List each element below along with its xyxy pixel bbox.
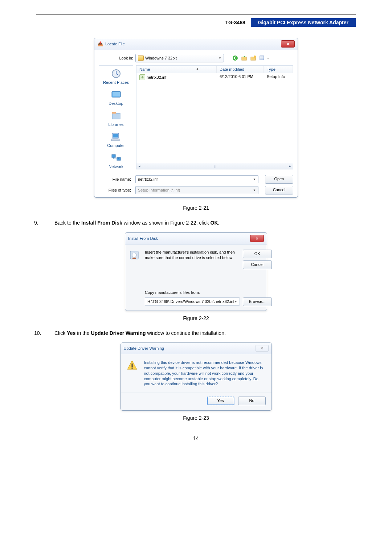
place-network[interactable]: Network <box>99 152 133 169</box>
files-of-type-label: Files of type: <box>99 188 133 192</box>
svg-rect-20 <box>131 364 132 367</box>
figure-caption: Figure 2-23 <box>36 415 356 421</box>
scroll-left-button[interactable]: ◄ <box>136 164 142 169</box>
col-name[interactable]: Name ▲ <box>136 66 217 73</box>
svg-point-3 <box>254 56 256 58</box>
svg-rect-13 <box>113 134 118 138</box>
chevron-down-icon: ▼ <box>253 178 256 181</box>
dialog-title-bar[interactable]: Install From Disk ✕ <box>125 233 267 245</box>
svg-rect-14 <box>111 139 119 141</box>
look-in-combo[interactable]: Windowns 7 32bit ▼ <box>135 54 224 62</box>
file-row[interactable]: ⚙ netrtx32.inf 6/12/2010 6:01 PM Setup I… <box>136 73 293 81</box>
view-menu-button[interactable] <box>258 54 266 62</box>
chevron-down-icon: ▼ <box>219 57 221 60</box>
place-libraries[interactable]: Libraries <box>99 110 133 127</box>
network-icon <box>110 152 122 164</box>
computer-icon <box>110 131 122 143</box>
new-folder-button[interactable] <box>249 54 257 62</box>
folder-icon <box>138 56 144 61</box>
col-date[interactable]: Date modified <box>217 66 264 73</box>
svg-rect-15 <box>112 155 115 157</box>
file-name-input[interactable]: netrtx32.inf ▼ <box>135 175 258 183</box>
inf-file-icon: ⚙ <box>139 74 145 80</box>
locate-file-dialog: 📥 Locate File ✕ Look in: Windowns 7 32bi… <box>94 38 298 198</box>
sort-asc-icon: ▲ <box>196 67 199 70</box>
svg-point-18 <box>132 253 136 257</box>
place-desktop[interactable]: Desktop <box>99 89 133 106</box>
look-in-label: Look in: <box>99 56 135 60</box>
up-folder-button[interactable] <box>240 54 248 62</box>
chevron-down-icon: ▼ <box>234 300 237 303</box>
file-list[interactable]: Name ▲ Date modified Type ⚙ netrtx32.inf… <box>136 65 293 169</box>
app-icon: 📥 <box>97 41 103 47</box>
dialog-message: Insert the manufacturer's installation d… <box>145 250 240 260</box>
horizontal-scrollbar[interactable]: ◄ ||| ► <box>136 163 293 169</box>
look-in-value: Windowns 7 32bit <box>145 56 177 60</box>
close-button[interactable]: ✕ <box>281 40 295 48</box>
chevron-down-icon: ▼ <box>253 189 256 192</box>
svg-rect-19 <box>132 258 136 259</box>
svg-rect-1 <box>242 57 246 60</box>
disk-icon <box>129 250 140 261</box>
open-button[interactable]: Open <box>265 175 293 184</box>
cancel-button[interactable]: Cancel <box>243 260 272 269</box>
step-10: 10.Click Yes in the Update Driver Warnin… <box>36 330 356 336</box>
dialog-title-bar[interactable]: 📥 Locate File ✕ <box>94 38 298 50</box>
update-driver-warning-dialog: Update Driver Warning ✕ Installing this … <box>121 342 272 411</box>
files-of-type-combo[interactable]: Setup Information (*.inf) ▼ <box>135 186 258 194</box>
yes-button[interactable]: Yes <box>207 397 234 405</box>
model-label: TG-3468 <box>220 18 251 27</box>
dialog-title-bar[interactable]: Update Driver Warning ✕ <box>121 343 271 354</box>
col-type[interactable]: Type <box>264 66 293 73</box>
cancel-button[interactable]: Cancel <box>265 186 293 194</box>
place-computer[interactable]: Computer <box>99 131 133 148</box>
chevron-down-icon[interactable]: ▼ <box>267 57 269 59</box>
scroll-track[interactable]: ||| <box>142 165 287 168</box>
recent-icon <box>110 68 122 79</box>
place-recent[interactable]: Recent Places <box>99 68 133 85</box>
places-bar: Recent Places Desktop Libraries <box>99 65 133 171</box>
install-from-disk-dialog: Install From Disk ✕ Insert the manufactu… <box>125 232 267 311</box>
dialog-title: Install From Disk <box>128 236 158 241</box>
back-button[interactable] <box>231 54 239 62</box>
dialog-title: Update Driver Warning <box>124 346 164 350</box>
svg-rect-11 <box>112 112 116 114</box>
ok-button[interactable]: OK <box>243 250 272 258</box>
figure-caption: Figure 2-22 <box>36 315 356 321</box>
step-9: 9.Back to the Install From Disk window a… <box>36 220 356 226</box>
close-button[interactable]: ✕ <box>256 345 269 352</box>
file-name-label: File name: <box>99 177 133 181</box>
svg-rect-9 <box>113 92 120 97</box>
product-title: Gigabit PCI Express Network Adapter <box>251 18 356 27</box>
dialog-title: Locate File <box>105 42 125 46</box>
warning-icon <box>127 360 138 372</box>
browse-button[interactable]: Browse... <box>243 297 272 306</box>
file-date: 6/12/2010 6:01 PM <box>217 73 264 81</box>
page-header: TG-3468 Gigabit PCI Express Network Adap… <box>36 18 356 27</box>
libraries-icon <box>110 110 122 122</box>
copy-from-label: Copy manufacturer's files from: <box>145 290 272 295</box>
svg-rect-10 <box>112 113 120 119</box>
no-button[interactable]: No <box>238 397 266 405</box>
page-number: 14 <box>36 435 356 441</box>
desktop-icon <box>110 89 122 100</box>
svg-point-0 <box>233 56 238 61</box>
path-input[interactable]: H:\TG-3468\ Drivers\Windows 7 32bit\netr… <box>145 297 240 305</box>
figure-caption: Figure 2-21 <box>36 205 356 211</box>
warning-message: Installing this device driver is not rec… <box>144 360 266 387</box>
svg-rect-21 <box>131 368 132 369</box>
file-name: netrtx32.inf <box>147 75 166 79</box>
close-button[interactable]: ✕ <box>250 235 264 242</box>
scroll-right-button[interactable]: ► <box>287 164 293 169</box>
file-type: Setup Infc <box>264 73 293 81</box>
